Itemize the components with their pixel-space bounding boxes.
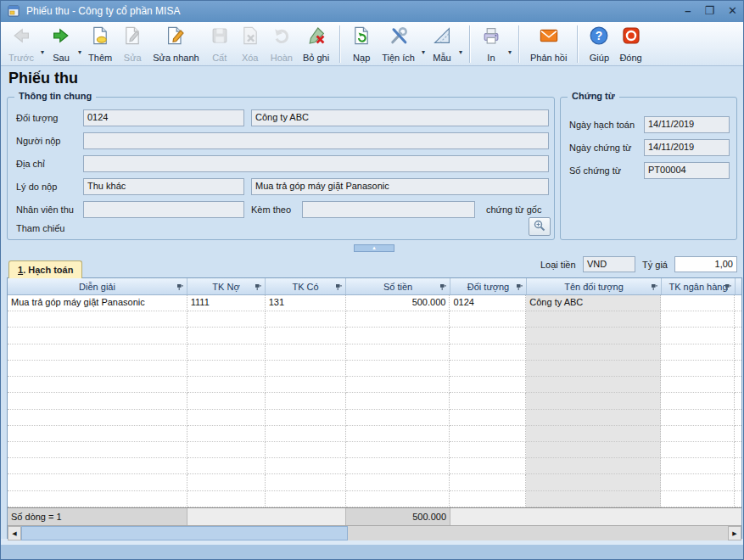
table-cell[interactable] xyxy=(526,361,661,377)
table-cell[interactable] xyxy=(735,377,741,393)
table-cell[interactable] xyxy=(346,442,450,458)
table-cell[interactable] xyxy=(346,344,450,361)
table-cell[interactable] xyxy=(450,491,526,507)
chungtu-field-input[interactable]: PT00004 xyxy=(644,162,730,179)
table-cell[interactable]: Công ty ABC xyxy=(526,295,661,311)
table-cell[interactable] xyxy=(450,410,526,426)
tham-chieu-lookup-button[interactable] xyxy=(529,217,551,236)
table-cell[interactable] xyxy=(526,328,661,344)
toolbar-button-tien-ich[interactable]: Tiện ích xyxy=(377,25,420,64)
table-cell[interactable] xyxy=(187,393,266,409)
table-cell[interactable] xyxy=(346,361,450,377)
toolbar-button-bo-ghi[interactable]: Bỏ ghi xyxy=(298,25,334,64)
table-cell[interactable] xyxy=(450,458,526,474)
table-cell[interactable] xyxy=(266,311,346,328)
scroll-left-button[interactable]: ◀ xyxy=(8,526,21,540)
ty-gia-input[interactable]: 1,00 xyxy=(674,256,737,272)
kem-theo-input[interactable] xyxy=(302,201,475,218)
table-row[interactable] xyxy=(8,328,741,344)
table-cell[interactable] xyxy=(661,328,735,344)
table-cell[interactable] xyxy=(450,442,526,458)
table-cell[interactable]: 131 xyxy=(266,295,346,311)
table-cell[interactable] xyxy=(266,410,346,426)
table-cell[interactable] xyxy=(346,377,450,393)
minimize-button[interactable]: – xyxy=(685,5,691,17)
splitter-collapse-handle[interactable]: ▴ xyxy=(354,244,394,252)
maximize-button[interactable]: ❐ xyxy=(704,5,714,17)
table-cell[interactable] xyxy=(8,328,187,344)
table-cell[interactable] xyxy=(346,410,450,426)
table-cell[interactable] xyxy=(450,344,526,361)
table-cell[interactable] xyxy=(526,311,661,328)
table-cell[interactable] xyxy=(450,474,526,490)
table-cell[interactable] xyxy=(450,393,526,409)
table-cell[interactable] xyxy=(187,474,266,490)
table-cell[interactable] xyxy=(8,442,187,458)
table-cell[interactable] xyxy=(661,458,735,474)
table-cell[interactable] xyxy=(346,311,450,328)
table-cell[interactable] xyxy=(8,361,187,377)
table-cell[interactable]: 0124 xyxy=(450,295,526,311)
ly-do-nop-input[interactable]: Thu khác xyxy=(83,178,244,195)
table-cell[interactable] xyxy=(187,491,266,507)
table-cell[interactable] xyxy=(526,442,661,458)
table-cell[interactable] xyxy=(735,458,741,474)
table-row[interactable] xyxy=(8,410,741,426)
table-cell[interactable] xyxy=(735,410,741,426)
pin-icon[interactable] xyxy=(176,283,184,290)
nhan-vien-thu-input[interactable] xyxy=(83,201,244,218)
table-cell[interactable] xyxy=(187,458,266,474)
toolbar-button-mau[interactable]: Mẫu xyxy=(427,25,457,64)
scrollbar-track[interactable] xyxy=(348,526,728,540)
column-header-5[interactable]: Đối tượng xyxy=(450,278,527,294)
table-row[interactable] xyxy=(8,474,741,490)
tab-hach-toan[interactable]: 1. Hạch toán xyxy=(8,260,82,278)
toolbar-button-them[interactable]: Thêm xyxy=(83,25,117,64)
table-cell[interactable] xyxy=(735,361,741,377)
ly-do-chi-tiet-input[interactable]: Mua trả góp máy giặt Panasonic xyxy=(251,178,549,195)
table-cell[interactable] xyxy=(266,328,346,344)
pin-icon[interactable] xyxy=(516,283,523,290)
chungtu-field-input[interactable]: 14/11/2019 xyxy=(644,116,730,133)
table-cell[interactable] xyxy=(526,344,661,361)
table-cell[interactable] xyxy=(346,328,450,344)
table-cell[interactable] xyxy=(187,328,266,344)
table-cell[interactable] xyxy=(187,344,266,361)
table-cell[interactable] xyxy=(526,491,661,507)
doi-tuong-name-input[interactable]: Công ty ABC xyxy=(251,109,549,126)
table-row[interactable] xyxy=(8,393,741,409)
table-cell[interactable] xyxy=(266,361,346,377)
table-cell[interactable] xyxy=(735,491,741,507)
column-header-3[interactable]: TK Có xyxy=(266,278,346,294)
table-cell[interactable]: Mua trả góp máy giặt Panasonic xyxy=(8,295,187,311)
table-row[interactable] xyxy=(8,377,741,393)
toolbar-button-phan-hoi[interactable]: Phản hồi xyxy=(525,25,572,64)
table-cell[interactable] xyxy=(450,377,526,393)
table-cell[interactable]: 500.000 xyxy=(346,295,450,311)
table-cell[interactable] xyxy=(8,311,187,328)
column-header-7[interactable]: TK ngân hàng xyxy=(662,278,736,294)
table-cell[interactable] xyxy=(346,491,450,507)
table-cell[interactable] xyxy=(266,442,346,458)
toolbar-dropdown-tien-ich[interactable]: ▾ xyxy=(420,48,427,56)
table-cell[interactable] xyxy=(735,426,741,442)
table-cell[interactable] xyxy=(266,458,346,474)
table-row[interactable] xyxy=(8,344,741,361)
table-row[interactable] xyxy=(8,442,741,458)
table-cell[interactable] xyxy=(187,377,266,393)
table-row[interactable]: Mua trả góp máy giặt Panasonic1111131500… xyxy=(8,295,741,311)
toolbar-dropdown-truoc[interactable]: ▾ xyxy=(39,48,46,56)
table-cell[interactable] xyxy=(8,344,187,361)
table-row[interactable] xyxy=(8,311,741,328)
table-cell[interactable] xyxy=(187,410,266,426)
chungtu-field-input[interactable]: 14/11/2019 xyxy=(644,139,730,156)
table-cell[interactable] xyxy=(661,361,735,377)
table-cell[interactable] xyxy=(8,491,187,507)
table-row[interactable] xyxy=(8,491,741,507)
nguoi-nop-input[interactable] xyxy=(83,132,549,149)
column-header-1[interactable]: Diễn giải xyxy=(8,278,187,294)
pin-icon[interactable] xyxy=(651,283,658,290)
table-cell[interactable] xyxy=(450,328,526,344)
table-cell[interactable] xyxy=(661,377,735,393)
toolbar-dropdown-mau[interactable]: ▾ xyxy=(457,48,464,56)
